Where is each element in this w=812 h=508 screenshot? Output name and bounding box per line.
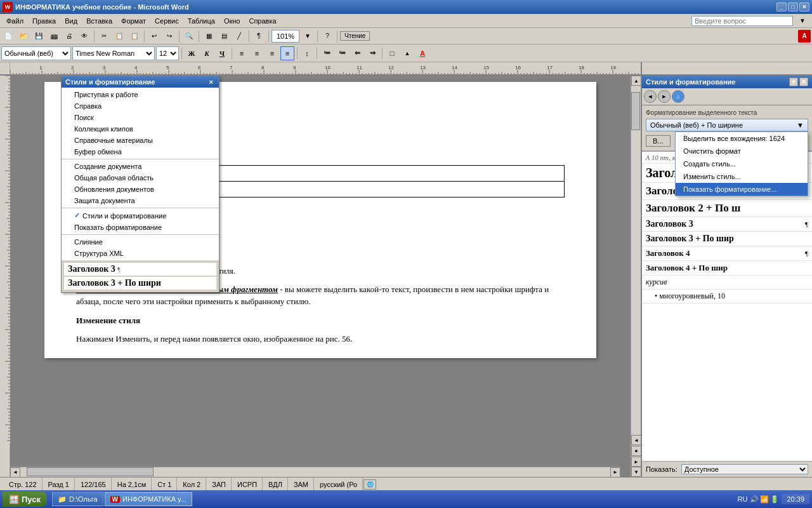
align-center-button[interactable]: ≡	[250, 46, 264, 60]
close-button[interactable]: ✕	[799, 3, 809, 11]
menu-window[interactable]: Окно	[220, 16, 244, 26]
open-button[interactable]: 📂	[16, 29, 30, 43]
menu-format[interactable]: Формат	[117, 16, 150, 26]
print-button[interactable]: 🖨	[62, 29, 76, 43]
style-item-italic[interactable]: курсив	[642, 276, 812, 290]
insert-table-button[interactable]: ▦	[202, 29, 216, 43]
vscroll-prev-page[interactable]: ◄	[631, 435, 641, 445]
font-size-select[interactable]: 12	[156, 46, 179, 60]
find-button[interactable]: 🔍	[182, 29, 196, 43]
styles-forward-button[interactable]: ►	[658, 90, 671, 103]
save-button[interactable]: 💾	[32, 29, 46, 43]
task-pane-menu-move[interactable]: ×	[207, 78, 215, 86]
menu-help[interactable]: Справка	[245, 16, 280, 26]
font-color-button[interactable]: A	[416, 46, 429, 60]
menu-item-show-format[interactable]: Показать форматирование	[62, 222, 219, 233]
bullets-button[interactable]: ≔	[320, 46, 334, 60]
menu-view[interactable]: Вид	[61, 16, 81, 26]
fax-button[interactable]: 📠	[47, 29, 61, 43]
style-item-multilevel[interactable]: • многоуровневый, 10	[642, 290, 812, 304]
copy-button[interactable]: 📋	[112, 29, 126, 43]
menu-item-xml[interactable]: Структура XML	[62, 248, 219, 259]
styles-dropdown[interactable]: Обычный (веб) + По ширине ▼	[646, 119, 808, 131]
underline-button[interactable]: Ч	[215, 46, 229, 60]
menu-item-new-doc[interactable]: Создание документа	[62, 161, 219, 172]
help-search-input[interactable]	[691, 16, 793, 26]
help-button[interactable]: ?	[320, 29, 334, 43]
bold-button[interactable]: Ж	[185, 46, 199, 60]
help-search-dropdown[interactable]: ▼	[796, 14, 809, 28]
numbering-button[interactable]: ≔	[335, 46, 349, 60]
vertical-scrollbar[interactable]: ▲ ◄ ● ► ▼	[631, 76, 641, 477]
menu-item-workspace[interactable]: Общая рабочая область	[62, 172, 219, 184]
drawing-button[interactable]: ╱	[232, 29, 246, 43]
increase-indent-button[interactable]: ⇒	[365, 46, 379, 60]
decrease-indent-button[interactable]: ⇐	[350, 46, 364, 60]
menu-item-merge[interactable]: Слияние	[62, 236, 219, 248]
align-justify-button[interactable]: ≡	[280, 46, 294, 60]
menu-item-styles[interactable]: ✓ Стили и форматирование	[62, 210, 219, 222]
menu-tools[interactable]: Сервис	[151, 16, 183, 26]
undo-button[interactable]: ↩	[147, 29, 161, 43]
taskbar-item-folder[interactable]: 📁 D:\Ольга	[52, 492, 103, 506]
border-button[interactable]: □	[385, 46, 399, 60]
zoom-input[interactable]	[272, 30, 299, 43]
vscroll-down-button[interactable]: ▼	[631, 467, 641, 477]
styles-panel-controls[interactable]: ▼ ✕	[789, 77, 808, 86]
menu-table[interactable]: Таблица	[184, 16, 219, 26]
task-pane-menu-controls[interactable]: ×	[207, 78, 215, 86]
ctx-select-all[interactable]: Выделить все вхождения: 1624	[676, 132, 808, 145]
vscroll-thumb[interactable]	[631, 92, 640, 130]
show-para-button[interactable]: ¶	[252, 29, 266, 43]
horizontal-scrollbar[interactable]: ◄ ►	[10, 467, 620, 477]
columns-button[interactable]: ▤	[217, 29, 231, 43]
styles-panel-close[interactable]: ✕	[799, 77, 808, 86]
task-pane-menu[interactable]: Стили и форматирование × Приступая к раб…	[61, 76, 219, 293]
paste-button[interactable]: 📋	[128, 29, 141, 43]
show-select[interactable]: Доступное Все стили Используемые	[681, 464, 808, 474]
window-controls[interactable]: _ □ ✕	[776, 3, 809, 11]
reading-mode-button[interactable]: Чтение	[340, 31, 370, 41]
menu-item-protect[interactable]: Защита документа	[62, 195, 219, 206]
ctx-create-style[interactable]: Создать стиль...	[676, 157, 808, 170]
vscroll-next-page[interactable]: ►	[631, 457, 641, 467]
menu-item-updates[interactable]: Обновления документов	[62, 184, 219, 195]
ctx-clear-format[interactable]: Очистить формат	[676, 145, 808, 157]
menu-insert[interactable]: Вставка	[82, 16, 116, 26]
hscroll-thumb[interactable]	[27, 467, 154, 476]
highlight-button[interactable]: ▲	[400, 46, 414, 60]
style-item-heading3-width[interactable]: Заголовок 3 + По шир	[642, 232, 812, 246]
line-spacing-button[interactable]: ↕	[300, 46, 314, 60]
styles-panel-pin[interactable]: ▼	[789, 77, 798, 86]
vscroll-select-browse[interactable]: ●	[631, 446, 641, 456]
style-item-heading3[interactable]: Заголовок 3 ¶	[642, 217, 812, 232]
ctx-show-format[interactable]: Показать форматирование...	[676, 183, 808, 196]
vscroll-up-button[interactable]: ▲	[631, 76, 641, 86]
menu-item-start[interactable]: Приступая к работе	[62, 89, 219, 100]
cut-button[interactable]: ✂	[97, 29, 111, 43]
menu-item-search[interactable]: Поиск	[62, 112, 219, 123]
hscroll-right-button[interactable]: ►	[610, 467, 620, 478]
style-item-heading4-width[interactable]: Заголовок 4 + По шир	[642, 261, 812, 276]
minimize-button[interactable]: _	[776, 3, 787, 11]
menu-edit[interactable]: Правка	[29, 16, 60, 26]
menu-item-clipboard[interactable]: Буфер обмена	[62, 146, 219, 157]
menu-item-help[interactable]: Справка	[62, 100, 219, 112]
zoom-dropdown[interactable]: ▼	[301, 29, 315, 43]
style-select[interactable]: Обычный (веб)	[1, 46, 71, 60]
new-style-button[interactable]: В...	[646, 135, 671, 147]
ctx-modify-style[interactable]: Изменить стиль...	[676, 170, 808, 183]
align-left-button[interactable]: ≡	[235, 46, 249, 60]
redo-button[interactable]: ↪	[162, 29, 176, 43]
style-item-heading4[interactable]: Заголовок 4 ¶	[642, 246, 812, 261]
maximize-button[interactable]: □	[788, 3, 798, 11]
italic-button[interactable]: К	[200, 46, 214, 60]
styles-back-button[interactable]: ◄	[644, 90, 657, 103]
align-right-button[interactable]: ≡	[265, 46, 279, 60]
start-button[interactable]: 🪟 Пуск	[3, 491, 47, 507]
taskbar-item-word[interactable]: W ИНФОРМАТИКА у...	[105, 492, 192, 506]
menu-item-clipart[interactable]: Коллекция клипов	[62, 123, 219, 135]
menu-file[interactable]: Файл	[3, 16, 27, 26]
styles-home-button[interactable]: ⌂	[672, 90, 684, 103]
style-item-heading2-width[interactable]: Заголовок 2 + По ш	[642, 200, 812, 217]
